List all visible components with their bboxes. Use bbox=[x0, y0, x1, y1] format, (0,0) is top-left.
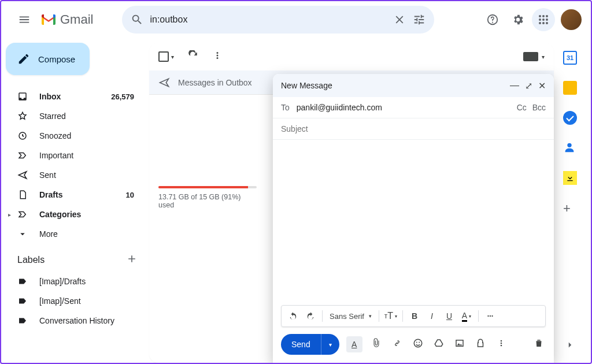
svg-point-12 bbox=[217, 55, 219, 57]
svg-point-4 bbox=[539, 18, 541, 21]
sidebar-item-categories[interactable]: Categories bbox=[6, 205, 143, 224]
svg-point-7 bbox=[539, 22, 541, 24]
search-icon[interactable] bbox=[130, 13, 144, 27]
minimize-button[interactable]: — bbox=[510, 80, 519, 91]
compose-body[interactable] bbox=[273, 140, 554, 299]
label-item[interactable]: Conversation History bbox=[6, 311, 143, 330]
sidebar-item-important[interactable]: Important bbox=[6, 146, 143, 165]
underline-button[interactable]: U bbox=[441, 308, 457, 324]
calendar-app-icon[interactable]: 31 bbox=[563, 51, 577, 65]
redo-button[interactable] bbox=[302, 308, 319, 324]
account-avatar[interactable] bbox=[561, 9, 582, 30]
apps-button[interactable] bbox=[532, 8, 555, 31]
label-item[interactable]: [Imap]/Sent bbox=[6, 291, 143, 311]
close-button[interactable]: ✕ bbox=[538, 80, 546, 91]
storage-text[interactable]: 13.71 GB of 15 GB (91%) used bbox=[158, 193, 257, 209]
folder-count: 26,579 bbox=[111, 92, 134, 101]
send-button[interactable]: Send ▾ bbox=[281, 334, 339, 355]
cc-button[interactable]: Cc bbox=[517, 103, 527, 112]
svg-point-3 bbox=[546, 15, 548, 17]
svg-point-11 bbox=[217, 52, 219, 54]
undo-button[interactable] bbox=[285, 308, 301, 324]
svg-point-6 bbox=[546, 18, 548, 21]
keep-app-icon[interactable] bbox=[563, 81, 577, 95]
select-all-checkbox[interactable]: ▾ bbox=[158, 51, 174, 62]
svg-point-17 bbox=[491, 315, 493, 317]
sidebar-item-sent[interactable]: Sent bbox=[6, 165, 143, 185]
addon-app-icon[interactable] bbox=[563, 171, 577, 185]
sidebar-item-snoozed[interactable]: Snoozed bbox=[6, 126, 143, 146]
chevron-down-icon bbox=[17, 229, 29, 239]
input-tools-caret[interactable]: ▾ bbox=[542, 54, 545, 60]
send-label: Send bbox=[281, 340, 321, 349]
sidebar-item-starred[interactable]: Starred bbox=[6, 106, 143, 126]
svg-point-13 bbox=[217, 57, 219, 59]
labels-heading: Labels bbox=[17, 255, 45, 265]
insert-photo-button[interactable] bbox=[453, 338, 467, 351]
categories-icon bbox=[17, 209, 29, 220]
to-label: To bbox=[281, 103, 290, 112]
sidebar-item-drafts[interactable]: Drafts 10 bbox=[6, 185, 143, 205]
add-label-button[interactable] bbox=[126, 253, 138, 267]
formatting-toggle-button[interactable]: A bbox=[346, 336, 362, 352]
font-selector[interactable]: Sans Serif▾ bbox=[326, 312, 375, 321]
file-icon bbox=[17, 190, 29, 200]
fullscreen-button[interactable]: ⤢ bbox=[525, 80, 532, 91]
bcc-button[interactable]: Bcc bbox=[532, 103, 546, 112]
help-button[interactable] bbox=[481, 8, 504, 31]
compose-button[interactable]: Compose bbox=[6, 43, 90, 75]
italic-button[interactable]: I bbox=[424, 308, 440, 324]
refresh-button[interactable] bbox=[188, 50, 198, 63]
insert-emoji-button[interactable] bbox=[411, 338, 425, 351]
get-addons-button[interactable]: + bbox=[563, 201, 577, 215]
more-formatting-button[interactable] bbox=[482, 308, 498, 324]
send-options-button[interactable]: ▾ bbox=[321, 334, 339, 355]
insert-link-button[interactable] bbox=[390, 338, 404, 351]
more-options-button[interactable] bbox=[494, 339, 508, 350]
confidential-mode-button[interactable] bbox=[473, 338, 487, 351]
input-tools-button[interactable] bbox=[523, 52, 538, 61]
folder-label: Categories bbox=[39, 210, 134, 219]
search-input[interactable] bbox=[150, 14, 393, 25]
more-button[interactable] bbox=[212, 50, 223, 63]
svg-point-24 bbox=[500, 345, 502, 347]
hide-sidepanel-button[interactable] bbox=[565, 340, 575, 352]
discard-draft-button[interactable] bbox=[532, 338, 546, 351]
contacts-app-icon[interactable] bbox=[563, 141, 577, 155]
svg-point-23 bbox=[500, 343, 502, 344]
clear-search-icon[interactable] bbox=[393, 13, 406, 27]
formatting-toolbar: Sans Serif▾ тT▾ B I U A▾ bbox=[281, 305, 546, 327]
send-icon bbox=[17, 170, 29, 180]
bold-button[interactable]: B bbox=[406, 308, 423, 324]
outbox-banner-text: Messages in Outbox bbox=[178, 78, 252, 87]
compose-window: New Message — ⤢ ✕ To pankil@guiidintech.… bbox=[273, 74, 554, 363]
search-bar[interactable] bbox=[122, 6, 434, 34]
attach-file-button[interactable] bbox=[369, 338, 383, 351]
svg-point-16 bbox=[490, 315, 491, 317]
text-color-button[interactable]: A▾ bbox=[458, 308, 475, 324]
label-icon bbox=[17, 276, 29, 287]
folder-label: Starred bbox=[39, 112, 134, 121]
gmail-logo[interactable]: Gmail bbox=[40, 12, 93, 27]
svg-point-1 bbox=[539, 15, 541, 17]
subject-field[interactable] bbox=[281, 124, 546, 133]
label-icon bbox=[17, 315, 29, 326]
svg-point-20 bbox=[419, 342, 420, 343]
sidebar-item-more[interactable]: More bbox=[6, 224, 143, 244]
menu-button[interactable] bbox=[10, 6, 38, 34]
important-icon bbox=[17, 150, 29, 161]
clock-icon bbox=[17, 131, 29, 141]
settings-button[interactable] bbox=[506, 8, 530, 31]
to-field[interactable]: pankil@guiidintech.com bbox=[297, 103, 513, 112]
label-item[interactable]: [Imap]/Drafts bbox=[6, 272, 143, 291]
search-options-icon[interactable] bbox=[412, 13, 426, 27]
folder-count: 10 bbox=[126, 191, 134, 199]
tasks-app-icon[interactable] bbox=[563, 111, 577, 125]
svg-point-9 bbox=[546, 22, 548, 24]
compose-title: New Message bbox=[281, 81, 332, 90]
label-text: Conversation History bbox=[39, 316, 134, 325]
sidebar-item-inbox[interactable]: Inbox 26,579 bbox=[6, 87, 143, 106]
insert-drive-button[interactable] bbox=[432, 338, 446, 351]
font-size-button[interactable]: тT▾ bbox=[383, 308, 399, 324]
label-text: [Imap]/Drafts bbox=[39, 277, 134, 286]
